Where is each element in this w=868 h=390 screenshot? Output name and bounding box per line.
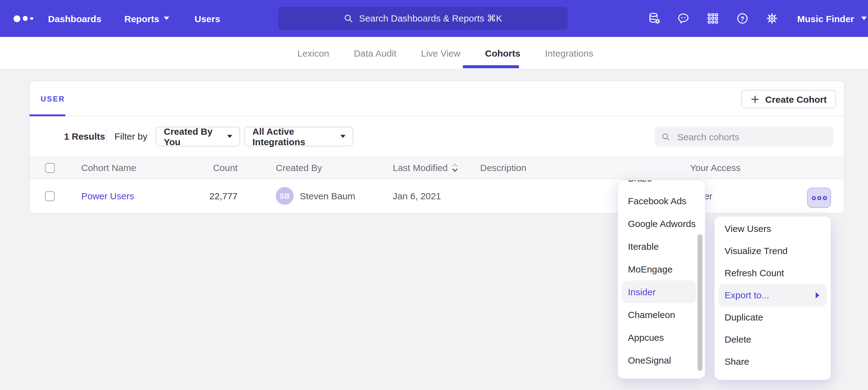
table-header-row: Cohort Name Count Created By Last Modifi… — [30, 156, 844, 179]
row-checkbox[interactable] — [45, 191, 55, 201]
top-navigation-bar: Dashboards Reports Users Search Dashboar… — [0, 0, 868, 37]
search-icon — [661, 132, 671, 141]
menu-item-delete[interactable]: Delete — [715, 328, 831, 351]
workspace-name: Music Finder — [797, 13, 854, 24]
tab-user-cohorts[interactable]: USER — [41, 81, 65, 116]
tab-live-view[interactable]: Live View — [421, 48, 461, 58]
chevron-down-icon — [227, 135, 232, 138]
menu-item-google-adwords[interactable]: Google Adwords — [618, 212, 705, 235]
app-window: Dashboards Reports Users Search Dashboar… — [0, 0, 868, 390]
cohort-context-menu: View Users Visualize Trend Refresh Count… — [714, 216, 831, 380]
sort-icon[interactable] — [452, 163, 458, 172]
submenu-scrollbar[interactable] — [698, 234, 703, 371]
export-destination-submenu: Braze Facebook Ads Google Adwords Iterab… — [617, 180, 706, 379]
menu-item-insider[interactable]: Insider — [622, 281, 696, 303]
menu-item-appcues[interactable]: Appcues — [618, 326, 705, 349]
menu-item-view-users[interactable]: View Users — [715, 218, 831, 240]
row-actions-button[interactable] — [807, 188, 831, 208]
active-tab-underline — [463, 65, 519, 68]
tab-integrations[interactable]: Integrations — [545, 48, 593, 58]
tab-data-audit[interactable]: Data Audit — [354, 48, 396, 58]
column-count[interactable]: Count — [183, 157, 238, 178]
column-description[interactable]: Description — [480, 157, 526, 178]
created-by-filter-value: Created By You — [164, 126, 227, 147]
integrations-filter-dropdown[interactable]: All Active Integrations — [244, 127, 353, 147]
menu-item-duplicate[interactable]: Duplicate — [715, 306, 831, 328]
menu-item-chameleon[interactable]: Chameleon — [618, 303, 705, 326]
table-row[interactable]: Power Users 22,777 SB Steven Baum Jan 6,… — [30, 179, 844, 213]
cohort-type-tabrow: USER Create Cohort — [30, 81, 844, 116]
help-icon[interactable]: ? — [736, 12, 749, 25]
menu-item-visualize-trend[interactable]: Visualize Trend — [715, 240, 831, 262]
cohort-name-link[interactable]: Power Users — [81, 191, 134, 201]
plus-icon — [750, 94, 760, 104]
global-search-placeholder: Search Dashboards & Reports ⌘K — [359, 13, 502, 24]
cohort-search-input[interactable] — [676, 131, 827, 142]
section-tabbar: Lexicon Data Audit Live View Cohorts Int… — [0, 37, 868, 69]
menu-item-refresh-count[interactable]: Refresh Count — [715, 262, 831, 284]
submenu-arrow-icon — [816, 292, 819, 298]
menu-item-facebook-ads[interactable]: Facebook Ads — [618, 190, 705, 212]
feedback-icon[interactable] — [677, 12, 690, 25]
global-search-bar[interactable]: Search Dashboards & Reports ⌘K — [278, 7, 567, 30]
menu-item-export-to[interactable]: Export to... — [718, 284, 827, 306]
filter-toolbar: 1 Results Filter by Created By You All A… — [30, 116, 844, 156]
cohort-search-box — [654, 127, 834, 147]
menu-item-export-to-label: Export to... — [724, 284, 769, 306]
data-settings-icon[interactable] — [648, 12, 661, 25]
tab-lexicon[interactable]: Lexicon — [297, 48, 329, 58]
create-cohort-label: Create Cohort — [765, 94, 827, 104]
last-modified-date: Jan 6, 2021 — [393, 179, 441, 213]
results-count: 1 Results — [64, 116, 105, 156]
column-your-access[interactable]: Your Access — [690, 157, 741, 178]
column-cohort-name[interactable]: Cohort Name — [81, 157, 136, 178]
menu-item-moengage[interactable]: MoEngage — [618, 258, 705, 281]
cohorts-panel: USER Create Cohort 1 Results Filter by C… — [29, 80, 845, 212]
cohort-count: 22,777 — [183, 179, 238, 213]
mixpanel-logo-icon[interactable] — [13, 15, 34, 22]
tab-cohorts[interactable]: Cohorts — [485, 48, 521, 58]
tab-user-label: USER — [41, 94, 65, 103]
nav-reports-label: Reports — [124, 13, 159, 24]
ellipsis-icon — [811, 195, 827, 201]
menu-item-share[interactable]: Share — [715, 351, 831, 373]
divider — [106, 129, 106, 144]
created-by-filter-dropdown[interactable]: Created By You — [156, 127, 240, 147]
menu-item-iterable[interactable]: Iterable — [618, 235, 705, 258]
avatar: SB — [276, 187, 293, 205]
settings-gear-icon[interactable] — [765, 12, 779, 25]
nav-dashboards-label: Dashboards — [48, 13, 101, 24]
screenshot-viewport: Dashboards Reports Users Search Dashboar… — [0, 0, 868, 390]
nav-users-label: Users — [194, 13, 220, 24]
chevron-down-icon — [861, 17, 866, 20]
search-icon — [343, 13, 353, 23]
workspace-switcher[interactable]: Music Finder — [797, 0, 866, 37]
integrations-filter-value: All Active Integrations — [252, 126, 340, 147]
select-all-checkbox[interactable] — [45, 163, 55, 172]
menu-item-braze[interactable]: Braze — [618, 180, 705, 190]
menu-item-onesignal[interactable]: OneSignal — [618, 349, 705, 371]
nav-users[interactable]: Users — [194, 0, 220, 37]
nav-dashboards[interactable]: Dashboards — [48, 0, 101, 37]
chevron-down-icon — [163, 17, 169, 20]
chevron-down-icon — [340, 135, 345, 138]
create-cohort-button[interactable]: Create Cohort — [741, 90, 836, 108]
column-last-modified-label: Last Modified — [393, 162, 447, 173]
filter-by-label: Filter by — [115, 116, 148, 156]
svg-text:?: ? — [741, 15, 745, 22]
column-last-modified[interactable]: Last Modified — [393, 157, 458, 178]
column-created-by[interactable]: Created By — [276, 157, 322, 178]
apps-grid-icon[interactable] — [706, 12, 720, 25]
created-by-name: Steven Baum — [300, 191, 355, 201]
nav-reports[interactable]: Reports — [124, 0, 169, 37]
